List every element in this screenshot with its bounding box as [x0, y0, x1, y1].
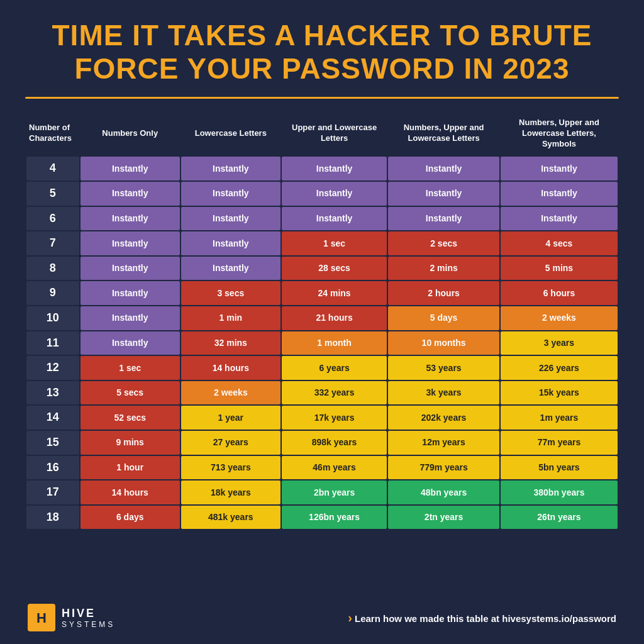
title-line2: FORCE YOUR PASSWORD IN	[74, 52, 502, 85]
table-cell: 26tn years	[501, 506, 618, 530]
title-year: 2023	[502, 52, 569, 85]
table-cell: 32 mins	[181, 331, 280, 355]
footer: H HIVE SYSTEMS › Learn how we made this …	[25, 604, 619, 631]
table-cell: 1 sec	[282, 231, 387, 255]
table-row: 17	[26, 480, 79, 504]
table-cell: 5bn years	[501, 456, 618, 480]
table-cell: 6 hours	[501, 281, 618, 305]
table-cell: 1 sec	[80, 356, 180, 380]
table-cell: Instantly	[282, 157, 387, 180]
table-cell: Instantly	[181, 182, 280, 206]
table-cell: 27 years	[181, 431, 280, 455]
table-cell: Instantly	[282, 207, 387, 231]
table-cell: Instantly	[80, 182, 180, 206]
header-upper-lower: Upper and Lowercase Letters	[282, 111, 387, 156]
table-cell: 1 hour	[80, 456, 180, 480]
hive-logo-icon: H	[28, 604, 55, 631]
table-cell: 380bn years	[501, 480, 618, 504]
table-cell: Instantly	[80, 157, 180, 180]
password-table: Number of Characters Numbers Only Lowerc…	[25, 110, 619, 531]
table-cell: Instantly	[181, 157, 280, 180]
table-cell: 12m years	[388, 431, 499, 455]
table-cell: 15k years	[501, 381, 618, 405]
table-cell: 46m years	[282, 456, 387, 480]
table-row: 12	[26, 356, 79, 380]
table-cell: 2 hours	[388, 281, 499, 305]
table-cell: Instantly	[80, 231, 180, 255]
table-cell: 3 secs	[181, 281, 280, 305]
table-cell: 2 mins	[388, 257, 499, 280]
logo: H HIVE SYSTEMS	[28, 604, 115, 631]
cta-arrow: ›	[348, 611, 352, 625]
table-row: 10	[26, 306, 79, 330]
table-cell: Instantly	[80, 331, 180, 355]
table-row: 18	[26, 506, 79, 530]
table-cell: 332 years	[282, 381, 387, 405]
table-cell: 898k years	[282, 431, 387, 455]
table-cell: 481k years	[181, 506, 280, 530]
cta-text: Learn how we made this table at	[355, 613, 502, 624]
header-chars: Number of Characters	[26, 111, 79, 156]
table-cell: 28 secs	[282, 257, 387, 280]
table-cell: 2 secs	[388, 231, 499, 255]
table-cell: 53 years	[388, 356, 499, 380]
table-cell: Instantly	[501, 157, 618, 180]
table-cell: Instantly	[80, 281, 180, 305]
table-row: 6	[26, 207, 79, 231]
table-cell: Instantly	[181, 207, 280, 231]
table-cell: Instantly	[80, 207, 180, 231]
table-cell: 2 weeks	[181, 381, 280, 405]
table-row: 7	[26, 231, 79, 255]
table-row: 15	[26, 431, 79, 455]
logo-text: HIVE SYSTEMS	[62, 607, 115, 629]
table-cell: 5 days	[388, 306, 499, 330]
table-cell: 21 hours	[282, 306, 387, 330]
table-cell: Instantly	[80, 306, 180, 330]
main-container: TIME IT TAKES A HACKER TO BRUTE FORCE YO…	[0, 0, 644, 644]
table-cell: 1 month	[282, 331, 387, 355]
table-cell: 9 mins	[80, 431, 180, 455]
table-cell: 48bn years	[388, 480, 499, 504]
table-cell: 4 secs	[501, 231, 618, 255]
table-cell: 226 years	[501, 356, 618, 380]
table-cell: 6 years	[282, 356, 387, 380]
table-cell: Instantly	[388, 207, 499, 231]
logo-sub: SYSTEMS	[62, 620, 115, 629]
table-cell: 2 weeks	[501, 306, 618, 330]
table-cell: 77m years	[501, 431, 618, 455]
table-cell: Instantly	[181, 231, 280, 255]
table-cell: 5 secs	[80, 381, 180, 405]
table-cell: 5 mins	[501, 257, 618, 280]
table-cell: Instantly	[388, 182, 499, 206]
table-cell: Instantly	[388, 157, 499, 180]
cta-link: hivesystems.io/password	[502, 613, 616, 624]
table-cell: Instantly	[501, 182, 618, 206]
table-cell: 14 hours	[181, 356, 280, 380]
table-row: 5	[26, 182, 79, 206]
table-row: 14	[26, 406, 79, 430]
table-row: 16	[26, 456, 79, 480]
svg-text:H: H	[36, 610, 47, 626]
table-row: 9	[26, 281, 79, 305]
table-cell: 10 months	[388, 331, 499, 355]
header-numbers-upper-lower: Numbers, Upper and Lowercase Letters	[388, 111, 499, 156]
table-cell: 52 secs	[80, 406, 180, 430]
title-line1: TIME IT TAKES A HACKER TO BRUTE	[52, 19, 592, 52]
logo-name: HIVE	[62, 607, 115, 620]
table-cell: 126bn years	[282, 506, 387, 530]
table-cell: 2bn years	[282, 480, 387, 504]
table-cell: 3k years	[388, 381, 499, 405]
header-lowercase: Lowercase Letters	[181, 111, 280, 156]
table-cell: Instantly	[501, 207, 618, 231]
table-cell: 3 years	[501, 331, 618, 355]
table-wrapper: Number of Characters Numbers Only Lowerc…	[25, 110, 619, 592]
table-cell: 779m years	[388, 456, 499, 480]
table-cell: 24 mins	[282, 281, 387, 305]
table-cell: Instantly	[282, 182, 387, 206]
table-cell: 1 min	[181, 306, 280, 330]
table-cell: 14 hours	[80, 480, 180, 504]
table-row: 8	[26, 257, 79, 280]
table-cell: 1 year	[181, 406, 280, 430]
table-cell: 1m years	[501, 406, 618, 430]
table-cell: 18k years	[181, 480, 280, 504]
